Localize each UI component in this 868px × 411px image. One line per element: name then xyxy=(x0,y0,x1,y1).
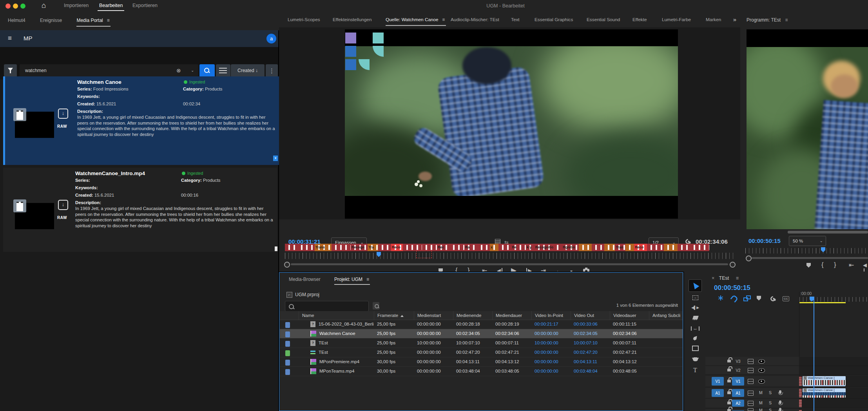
asset-card[interactable]: Watchmen Canoe Ingested Series: Food Imp… xyxy=(3,76,279,165)
marker-segment[interactable]: Reco xyxy=(391,244,403,251)
program-video-preview[interactable] xyxy=(747,29,868,229)
table-row[interactable]: Watchmen Canoe 25,00 fps 00:00:00:00 00:… xyxy=(280,329,683,339)
nav-bearbeiten[interactable]: Bearbeiten xyxy=(99,3,123,8)
more-options-button[interactable]: ⋮ xyxy=(266,64,278,77)
marker-segment[interactable] xyxy=(403,244,422,251)
marker-segment[interactable] xyxy=(477,244,490,251)
linked-selection-icon[interactable] xyxy=(743,295,751,301)
panel-tab[interactable]: Text≡ xyxy=(511,17,520,22)
type-tool[interactable]: T xyxy=(690,366,701,375)
marker-segment[interactable]: Recognitio xyxy=(535,244,554,251)
program-zoom-scrollbar[interactable] xyxy=(752,257,868,259)
solo-button[interactable]: S xyxy=(769,390,772,395)
column-medienstart[interactable]: Medienstart xyxy=(414,311,453,320)
timeline-track[interactable]: M S fxWatchmen Canoe [ xyxy=(705,409,868,411)
add-marker-icon[interactable] xyxy=(757,296,765,302)
panel-menu-icon[interactable]: ≡ xyxy=(107,18,110,23)
panel-menu-icon[interactable]: ≡ xyxy=(442,17,445,22)
left-scrollbar-thumb[interactable] xyxy=(275,246,277,251)
close-window-icon[interactable] xyxy=(5,4,11,9)
marker-segment[interactable] xyxy=(332,244,351,251)
source-zoom-scrollbar[interactable] xyxy=(291,263,728,265)
asset-thumbnail[interactable] xyxy=(15,203,54,229)
source-target-button[interactable]: A1 xyxy=(712,389,724,397)
column-name[interactable]: Name xyxy=(299,311,374,320)
marker-segment[interactable] xyxy=(625,244,634,251)
marker-segment[interactable] xyxy=(690,244,709,251)
column-videodauer[interactable]: Videodauer xyxy=(610,311,649,320)
label-color-chip[interactable] xyxy=(285,360,290,366)
table-row[interactable]: MPonPremiere.mp4 30,00 fps 00:00:00:00 0… xyxy=(280,357,683,367)
asset-card[interactable]: WatchmenCanoe_Intro.mp4 Ingested Series:… xyxy=(3,168,277,252)
marker-segment[interactable]: Trans xyxy=(315,244,332,251)
column-video-out[interactable]: Video Out xyxy=(571,311,610,320)
table-header[interactable]: Name Framerate Medienstart Medienende Me… xyxy=(280,311,683,320)
column-label[interactable] xyxy=(280,311,299,320)
panel-tab[interactable]: Lumetri-Farbe≡ xyxy=(662,17,691,22)
panel-tab[interactable]: Essential Sound≡ xyxy=(587,17,620,22)
panel-tab[interactable]: Marken≡ xyxy=(706,17,721,22)
chevron-down-icon[interactable]: ⌄ xyxy=(191,68,194,72)
panel-tab[interactable]: Ereignisse≡ xyxy=(40,18,62,23)
track-visibility-eye-icon[interactable] xyxy=(758,379,765,384)
track-target-button[interactable]: V3 xyxy=(732,358,744,364)
mute-button[interactable]: M xyxy=(759,400,763,405)
column-mediendauer[interactable]: Mediendauer xyxy=(492,311,531,320)
add-marker-button[interactable] xyxy=(806,262,811,269)
nest-toggle-icon[interactable] xyxy=(717,295,725,301)
lock-icon[interactable] xyxy=(727,402,731,404)
zoom-handle-left[interactable] xyxy=(284,262,290,268)
menu-icon[interactable]: ≡ xyxy=(8,34,12,42)
timeline-playhead-line[interactable] xyxy=(814,297,814,411)
snap-magnet-icon[interactable] xyxy=(730,295,738,301)
sequence-tab[interactable]: × TEst ≡ xyxy=(712,275,739,281)
mark-out-button[interactable]: } xyxy=(834,261,836,269)
timeline-track[interactable]: V1 V1 M S fxWatchmen Canoe [ xyxy=(705,376,868,387)
solo-button[interactable]: S xyxy=(769,400,772,405)
column-framerate[interactable]: Framerate xyxy=(374,311,414,320)
panel-tab[interactable]: Media-Browser≡ xyxy=(289,277,321,282)
marker-segment[interactable]: Recogn xyxy=(351,244,368,251)
expand-card-button[interactable]: ▾ xyxy=(273,156,278,161)
marker-segment[interactable] xyxy=(579,244,591,251)
clip-fragment[interactable] xyxy=(799,399,802,407)
voiceover-mic-icon[interactable] xyxy=(779,408,781,411)
minimize-window-icon[interactable] xyxy=(13,4,18,9)
marker-segment[interactable] xyxy=(285,244,297,251)
captions-toggle[interactable]: CC xyxy=(783,296,789,301)
filter-button[interactable] xyxy=(4,64,17,77)
label-color-chip[interactable] xyxy=(285,341,290,347)
sort-dropdown[interactable]: Created ↓ xyxy=(231,64,265,77)
label-color-chip[interactable] xyxy=(285,331,290,337)
hand-tool[interactable] xyxy=(690,355,701,364)
panel-menu-icon[interactable]: ≡ xyxy=(366,277,369,282)
lock-icon[interactable] xyxy=(727,369,731,371)
sync-lock-icon[interactable] xyxy=(748,359,754,362)
panel-tab[interactable]: Effekteinstellungen≡ xyxy=(333,17,371,22)
marker-segment[interactable]: Reco xyxy=(634,244,647,251)
column-medienende[interactable]: Medienende xyxy=(453,311,492,320)
tab-overflow-icon[interactable]: » xyxy=(733,16,736,23)
marker-segment[interactable]: Ra xyxy=(464,244,477,251)
marker-segment[interactable] xyxy=(297,244,314,251)
new-search-bin-button[interactable] xyxy=(373,302,379,310)
zoom-handle-right[interactable] xyxy=(730,262,736,268)
zoom-level-dropdown[interactable]: 50 % ⌄ xyxy=(789,236,826,246)
marker-segment[interactable] xyxy=(664,244,678,251)
table-row[interactable]: TEst 25,00 fps 00:00:00:00 00:02:47:20 0… xyxy=(280,348,683,357)
clip-fragment[interactable] xyxy=(799,389,802,397)
timeline-track[interactable]: V2 M S fxWatchmen Canoe [ xyxy=(705,366,868,375)
nav-exportieren[interactable]: Exportieren xyxy=(132,3,158,8)
project-search-input[interactable] xyxy=(285,301,369,311)
mark-in-button[interactable]: { xyxy=(821,261,824,269)
table-row[interactable]: ?TEst 25,00 fps 10:00:00:00 10:00:07:10 … xyxy=(280,339,683,348)
track-target-button[interactable]: V2 xyxy=(732,367,744,373)
nav-importieren[interactable]: Importieren xyxy=(64,3,89,8)
column-video-in[interactable]: Video In-Point xyxy=(531,311,571,320)
sync-lock-icon[interactable] xyxy=(748,391,754,393)
marker-segment[interactable]: x xyxy=(490,244,498,251)
panel-tab[interactable]: Lumetri-Scopes≡ xyxy=(288,17,320,22)
lock-icon[interactable] xyxy=(727,409,731,411)
marker-segment[interactable]: Tran xyxy=(615,244,625,251)
program-tab[interactable]: Programm: TEst ≡ xyxy=(747,17,788,23)
